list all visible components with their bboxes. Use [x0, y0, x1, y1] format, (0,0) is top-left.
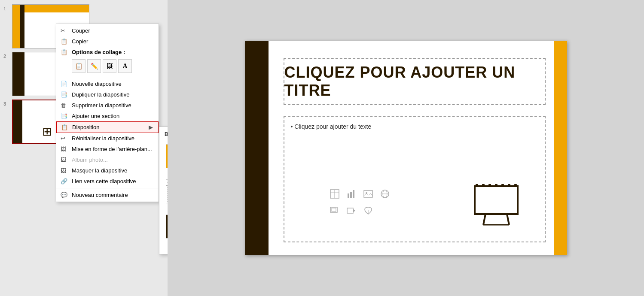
delete-icon: 🗑 [61, 102, 66, 109]
cut-icon: ✂ [61, 27, 65, 34]
new-slide-icon: 📄 [61, 81, 67, 87]
slide-2-number: 2 [3, 52, 9, 59]
menu-item-lien[interactable]: 🔗 Lien vers cette diapositive [56, 176, 159, 187]
paste-icon: 📋 [61, 49, 67, 55]
link-icon: 🔗 [61, 178, 67, 184]
disposition-label: Disposition [72, 124, 100, 130]
options-collage-label: Options de collage : [72, 49, 125, 55]
duplicate-icon: 📑 [61, 91, 67, 98]
menu-item-commentaire[interactable]: 💬 Nouveau commentaire [56, 190, 159, 200]
disposition-arrow: ▶ [149, 124, 153, 130]
disposition-submenu: Badge Diapositive de titre ━━━ [159, 127, 168, 254]
billboard-svg [473, 184, 528, 227]
svg-rect-13 [348, 193, 349, 198]
title-placeholder[interactable]: CLIQUEZ POUR AJOUTER UN TITRE [284, 58, 546, 105]
photo-icon[interactable] [361, 186, 376, 201]
screen-icon[interactable] [327, 203, 342, 218]
layout-thumb-two-content: ━━━ ⊞ ⊞ [166, 179, 168, 203]
layout-two-content[interactable]: ━━━ ⊞ ⊞ [163, 178, 168, 211]
slide2-dark-left [12, 52, 24, 96]
svg-rect-16 [364, 190, 372, 197]
sep-2 [56, 188, 159, 188]
submenu-title: Badge [163, 130, 168, 140]
paste-btn-4[interactable]: A [118, 59, 132, 73]
video-icon[interactable] [344, 203, 359, 218]
slide1-yellow-left [12, 5, 20, 48]
paste-icon-1: 📋 [75, 63, 82, 69]
layout-thumb-blank: ⊟ [166, 214, 168, 239]
blank-dark-left [166, 215, 168, 238]
paste-icon-2: ✏️ [91, 63, 98, 69]
context-menu: ✂ Couper 📋 Copier 📋 Options de collage :… [56, 24, 159, 202]
layout-title-slide[interactable]: Diapositive de titre [163, 143, 168, 175]
menu-item-masquer[interactable]: 🖼 Masquer la diapositive [56, 165, 159, 176]
globe-svg [380, 189, 390, 199]
menu-item-couper[interactable]: ✂ Couper [56, 25, 159, 36]
leaf-svg [363, 206, 373, 215]
slide1-dark-left [20, 5, 24, 48]
lien-label: Lien vers cette diapositive [72, 178, 136, 184]
background-icon: 🖼 [61, 146, 66, 152]
video-svg [347, 206, 356, 215]
paste-icon-4: A [123, 63, 127, 69]
billboard-large [473, 184, 528, 234]
couper-label: Couper [72, 27, 90, 34]
menu-item-dupliquer[interactable]: 📑 Dupliquer la diapositive [56, 89, 159, 100]
menu-item-reinitialiser[interactable]: ↩ Réinitialiser la diapositive [56, 133, 159, 144]
album-label: Album photo... [72, 157, 108, 163]
menu-item-copier[interactable]: 📋 Copier [56, 36, 159, 47]
paste-btn-1[interactable]: 📋 [72, 59, 85, 73]
layout-blank[interactable]: ⊟ Vide [163, 213, 168, 251]
menu-item-disposition[interactable]: 📋 Disposition ▶ [56, 121, 159, 133]
billboard-icon: ⊞ [42, 124, 52, 139]
paste-btn-2[interactable]: ✏️ [87, 59, 101, 73]
nouvelle-label: Nouvelle diapositive [72, 81, 122, 87]
dupliquer-label: Dupliquer la diapositive [72, 91, 129, 98]
slide-panel: 1 2 3 ⊞ ✂ Couper 📋 Copier [0, 0, 168, 296]
layout-thumb-title-slide [166, 144, 168, 168]
svg-rect-15 [353, 190, 354, 198]
menu-item-supprimer[interactable]: 🗑 Supprimer la diapositive [56, 100, 159, 111]
icon-grid [327, 186, 393, 218]
svg-rect-23 [347, 208, 353, 213]
hide-icon: 🖼 [61, 167, 66, 174]
svg-marker-24 [353, 209, 355, 212]
col-left: ⊞ [167, 187, 168, 202]
section-label: Ajouter une section [72, 113, 119, 119]
photo-svg [363, 189, 373, 199]
copy-icon: 📋 [61, 38, 67, 45]
bullet-text: Cliquez pour ajouter du texte [291, 123, 538, 130]
slide-title-text: CLIQUEZ POUR AJOUTER UN TITRE [284, 63, 545, 100]
menu-item-options-collage: 📋 Options de collage : [56, 47, 159, 57]
menu-item-nouvelle[interactable]: 📄 Nouvelle diapositive [56, 79, 159, 89]
layout-grid: Diapositive de titre ━━━ ⊞ Titre et cont… [163, 143, 168, 251]
masquer-label: Masquer la diapositive [72, 167, 127, 174]
reset-icon: ↩ [61, 135, 65, 142]
paste-options-row: 📋 ✏️ 🖼 A [56, 57, 159, 76]
svg-rect-26 [475, 186, 518, 214]
reinitialiser-label: Réinitialiser la diapositive [72, 135, 134, 142]
chart-icon[interactable] [344, 186, 359, 201]
mise-en-forme-label: Mise en forme de l'arrière-plan... [72, 146, 152, 152]
svg-rect-14 [350, 192, 352, 198]
lt-two-cols: ⊞ ⊞ [166, 186, 168, 203]
main-slide: CLIQUEZ POUR AJOUTER UN TITRE Cliquez po… [245, 41, 567, 255]
paste-btn-3[interactable]: 🖼 [103, 59, 116, 73]
album-icon: 🖼 [61, 157, 66, 163]
menu-item-album-photo[interactable]: 🖼 Album photo... [56, 154, 159, 165]
table-icon[interactable] [327, 186, 342, 201]
disposition-icon: 📋 [61, 124, 68, 130]
sep-1 [56, 77, 159, 77]
slide-1-number: 1 [3, 4, 9, 11]
globe-icon[interactable] [378, 186, 393, 201]
two-title-dash: ━━━ [167, 181, 168, 184]
menu-item-mise-en-forme[interactable]: 🖼 Mise en forme de l'arrière-plan... [56, 144, 159, 154]
commentaire-label: Nouveau commentaire [72, 192, 128, 198]
comment-icon: 💬 [61, 192, 67, 198]
lt-two-top: ━━━ [166, 180, 168, 186]
leaf-icon[interactable] [361, 203, 376, 218]
svg-line-28 [507, 214, 509, 225]
slide-3-number: 3 [3, 100, 9, 106]
svg-rect-22 [332, 208, 336, 211]
menu-item-section[interactable]: 📑 Ajouter une section [56, 111, 159, 121]
